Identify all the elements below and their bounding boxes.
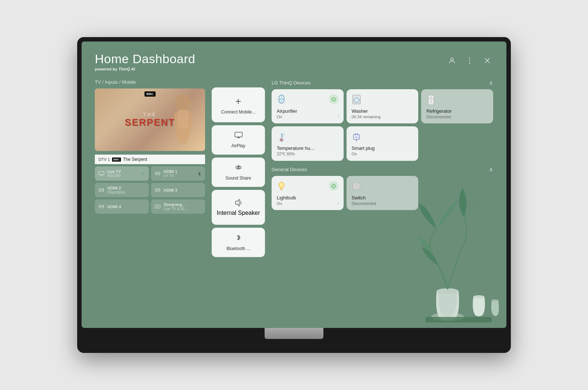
svg-rect-13 [99, 171, 104, 175]
lightbulb-icon [277, 181, 286, 193]
more-options-button[interactable] [464, 55, 476, 66]
dashboard-content: Home Dashboard powered by ThinQ AI [82, 41, 506, 328]
smartplug-status: On [352, 152, 413, 156]
thinq-section-header: LG ThinQ Devices ∧ [272, 79, 493, 86]
powered-by-text: powered by [95, 67, 117, 71]
header-icons [446, 55, 493, 66]
right-panel: LG ThinQ Devices ∧ [272, 79, 493, 315]
svg-point-27 [239, 166, 241, 169]
svg-point-45 [280, 139, 283, 141]
svg-rect-58 [357, 184, 359, 188]
internal-speaker-label: Internal Speaker [217, 210, 260, 216]
washer-status: 00:34 remaining [352, 115, 413, 119]
input-hdmi2[interactable]: HDMI 2 Playstation [95, 183, 149, 197]
switch-top [352, 181, 413, 193]
show-name: SERPENT [125, 117, 175, 128]
hdmi3-icon [155, 187, 161, 193]
left-panel: TV / Inputs / Mobile [95, 79, 205, 315]
internal-speaker-card[interactable]: Internal Speaker [212, 190, 265, 225]
tv-frame: Home Dashboard powered by ThinQ AI [77, 37, 511, 353]
airplay-card[interactable]: AirPlay [212, 125, 265, 155]
refrigerator-icon [426, 94, 436, 106]
switch-card[interactable]: Switch Disconnected [347, 176, 419, 210]
switch-name: Switch [352, 195, 413, 201]
washer-top [352, 94, 413, 106]
refrigerator-top [426, 94, 488, 106]
general-device-grid: Lightbulb On › [272, 176, 493, 210]
hdmi3-text: HDMI 3 [164, 188, 201, 192]
general-section-title: General Devices [272, 167, 307, 172]
hdmi1-icon [155, 171, 161, 177]
svg-point-6 [469, 58, 470, 59]
svg-rect-25 [235, 132, 242, 137]
show-the: THE [125, 112, 175, 117]
header-subtitle: powered by ThinQ AI [95, 67, 195, 71]
input-hdmi3[interactable]: HDMI 3 [151, 183, 205, 197]
general-collapse-icon[interactable]: ∧ [489, 166, 493, 173]
tv-info-bar: DTV 1 BBC The Serpent [95, 155, 205, 164]
temperature-status: 22℃ 80% [277, 152, 338, 156]
streaming-text: Streaming... Live TV & St... [164, 202, 201, 211]
hdmi2-icon [98, 187, 104, 193]
dtv-channel: DTV 1 [98, 157, 110, 162]
switch-icon [352, 181, 361, 193]
smartplug-top [352, 131, 413, 143]
header: Home Dashboard powered by ThinQ AI [95, 52, 493, 71]
smartplug-name: Smart plug [352, 145, 413, 151]
refrigerator-name: Refrigerator [426, 108, 488, 114]
svg-marker-29 [236, 199, 239, 206]
lightbulb-arrow: › [338, 201, 339, 206]
hdmi1-text: HDMI 1 U+ TV [164, 169, 194, 178]
airpurifier-card[interactable]: Airpurifier On › [272, 89, 344, 123]
tv-thumbnail[interactable]: BBC THE SERPENT [95, 89, 205, 151]
airpurifier-top [277, 94, 338, 106]
airpurifier-icon [277, 94, 286, 106]
live-tv-text: Live TV 000-000 [107, 169, 138, 178]
input-live-tv[interactable]: Live TV 000-000 ✓ [95, 166, 149, 181]
profile-button[interactable] [446, 55, 458, 66]
tv-screen: Home Dashboard powered by ThinQ AI [82, 41, 506, 328]
temperature-icon [277, 131, 286, 143]
input-streaming[interactable]: Streaming... Live TV & St... [151, 199, 205, 214]
bbc-badge: BBC [144, 91, 155, 97]
close-button[interactable] [481, 55, 493, 66]
header-title-block: Home Dashboard powered by ThinQ AI [95, 52, 195, 71]
temperature-card[interactable]: Temperature hu... 22℃ 80% [272, 126, 344, 161]
sound-share-label: Sound Share [225, 176, 251, 181]
svg-rect-23 [155, 205, 160, 208]
tv-stand [265, 328, 323, 339]
thinq-device-grid: Airpurifier On › [272, 89, 493, 161]
refrigerator-card[interactable]: Refrigerator Disconnected [421, 89, 493, 123]
smartplug-card[interactable]: Smart plug On [347, 126, 419, 161]
thinq-brand: ThinQ AI [118, 67, 135, 71]
input-hdmi1[interactable]: HDMI 1 U+ TV 📱 [151, 166, 205, 181]
svg-rect-12 [178, 110, 189, 128]
washer-card[interactable]: Washer 00:34 remaining [347, 89, 419, 123]
bluetooth-label: Bluetooth ... [226, 246, 250, 251]
temperature-name: Temperature hu... [277, 145, 338, 151]
page-title: Home Dashboard [95, 52, 195, 66]
live-tv-icon [98, 171, 104, 177]
airpurifier-arrow: › [338, 114, 339, 119]
svg-point-11 [175, 94, 191, 112]
switch-status: Disconnected [352, 201, 413, 206]
general-section-header: General Devices ∧ [272, 166, 493, 173]
thinq-collapse-icon[interactable]: ∧ [489, 79, 493, 86]
airpurifier-status: On [277, 115, 338, 119]
svg-point-7 [469, 60, 470, 61]
connect-mobile-card[interactable]: + Connect Mobile... [212, 87, 265, 122]
active-check-icon: ✓ [141, 171, 145, 176]
svg-point-52 [355, 137, 357, 138]
lightbulb-power-btn[interactable] [329, 181, 338, 191]
show-title: THE SERPENT [125, 112, 175, 128]
thinq-section-title: LG ThinQ Devices [272, 80, 311, 86]
airplay-icon [234, 131, 243, 141]
sound-share-card[interactable]: Sound Share [212, 158, 265, 187]
input-hdmi4[interactable]: HDMI 4 [95, 199, 149, 214]
airpurifier-power-btn[interactable] [329, 94, 338, 104]
airplay-label: AirPlay [231, 143, 245, 148]
bluetooth-card[interactable]: Bluetooth ... [212, 228, 265, 257]
lightbulb-card[interactable]: Lightbulb On › [272, 176, 344, 210]
svg-rect-57 [354, 184, 356, 188]
sound-share-icon [234, 164, 243, 173]
